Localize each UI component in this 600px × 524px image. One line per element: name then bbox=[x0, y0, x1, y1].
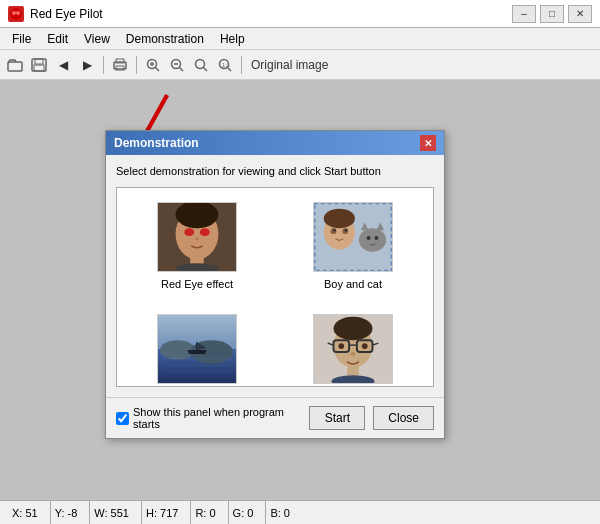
menu-edit[interactable]: Edit bbox=[39, 30, 76, 48]
status-r: R: 0 bbox=[191, 501, 228, 524]
demo-grid: Red Eye effect bbox=[117, 188, 433, 387]
toolbar-separator-1 bbox=[103, 56, 104, 74]
svg-point-63 bbox=[338, 343, 344, 349]
toolbar-print-button[interactable] bbox=[109, 54, 131, 76]
svg-point-38 bbox=[333, 229, 336, 232]
svg-point-44 bbox=[374, 236, 378, 240]
demo-grid-container[interactable]: Red Eye effect bbox=[116, 187, 434, 387]
maximize-button[interactable]: □ bbox=[540, 5, 564, 23]
status-y: Y: -8 bbox=[51, 501, 91, 524]
demo-item-boy-cat[interactable]: Boy and cat bbox=[283, 198, 423, 294]
svg-point-2 bbox=[16, 11, 20, 15]
svg-rect-3 bbox=[8, 62, 22, 71]
app-icon bbox=[8, 6, 24, 22]
demo-thumb-boy-cat bbox=[313, 202, 393, 272]
svg-point-17 bbox=[196, 59, 205, 68]
toolbar-back-button[interactable]: ◀ bbox=[52, 54, 74, 76]
toolbar-forward-button[interactable]: ▶ bbox=[76, 54, 98, 76]
menu-help[interactable]: Help bbox=[212, 30, 253, 48]
status-x: X: 51 bbox=[8, 501, 51, 524]
dialog-close-x-button[interactable]: ✕ bbox=[420, 135, 436, 151]
demo-item-adjustment[interactable]: Adjustment of CorrectionSettings bbox=[283, 310, 423, 387]
app-title: Red Eye Pilot bbox=[30, 7, 512, 21]
dialog-footer: Show this panel when program starts Star… bbox=[106, 397, 444, 438]
minimize-button[interactable]: – bbox=[512, 5, 536, 23]
original-image-label[interactable]: Original image bbox=[247, 58, 332, 72]
svg-point-26 bbox=[176, 202, 219, 228]
start-button[interactable]: Start bbox=[309, 406, 365, 430]
demo-thumb-legend bbox=[157, 314, 237, 384]
close-window-button[interactable]: ✕ bbox=[568, 5, 592, 23]
window-controls: – □ ✕ bbox=[512, 5, 592, 23]
demo-thumb-adjustment bbox=[313, 314, 393, 384]
svg-point-40 bbox=[359, 228, 386, 251]
menu-view[interactable]: View bbox=[76, 30, 118, 48]
dialog-instruction: Select demonstration for viewing and cli… bbox=[116, 165, 434, 177]
dialog-title: Demonstration bbox=[114, 136, 199, 150]
status-bar: X: 51 Y: -8 W: 551 H: 717 R: 0 G: 0 B: 0 bbox=[0, 500, 600, 524]
svg-point-64 bbox=[362, 343, 368, 349]
svg-point-0 bbox=[10, 8, 22, 20]
svg-point-57 bbox=[334, 317, 373, 340]
toolbar-zoom-in-button[interactable] bbox=[142, 54, 164, 76]
demo-item-legend[interactable]: Legend bbox=[127, 310, 267, 387]
svg-rect-6 bbox=[34, 65, 44, 71]
toolbar: ◀ ▶ 1:1 Original image bbox=[0, 50, 600, 80]
status-b: B: 0 bbox=[266, 501, 302, 524]
toolbar-save-button[interactable] bbox=[28, 54, 50, 76]
svg-point-39 bbox=[345, 229, 348, 232]
toolbar-zoom-fit-button[interactable] bbox=[190, 54, 212, 76]
svg-rect-66 bbox=[347, 366, 359, 376]
svg-point-1 bbox=[12, 11, 16, 15]
toolbar-separator-2 bbox=[136, 56, 137, 74]
main-area: Demonstration ✕ Select demonstration for… bbox=[0, 80, 600, 500]
menu-bar: File Edit View Demonstration Help bbox=[0, 28, 600, 50]
status-w: W: 551 bbox=[90, 501, 142, 524]
show-panel-checkbox[interactable] bbox=[116, 412, 129, 425]
show-panel-checkbox-label[interactable]: Show this panel when program starts bbox=[116, 406, 301, 430]
toolbar-zoom-out-button[interactable] bbox=[166, 54, 188, 76]
svg-line-21 bbox=[228, 67, 232, 71]
toolbar-separator-3 bbox=[241, 56, 242, 74]
status-g: G: 0 bbox=[229, 501, 267, 524]
show-panel-label: Show this panel when program starts bbox=[133, 406, 301, 430]
demo-thumb-red-eye bbox=[157, 202, 237, 272]
svg-line-18 bbox=[204, 67, 208, 71]
svg-point-43 bbox=[367, 236, 371, 240]
svg-point-65 bbox=[351, 352, 356, 356]
title-bar: Red Eye Pilot – □ ✕ bbox=[0, 0, 600, 28]
svg-point-27 bbox=[184, 228, 194, 236]
svg-point-35 bbox=[324, 209, 355, 229]
demo-label-red-eye: Red Eye effect bbox=[161, 278, 233, 290]
demonstration-dialog: Demonstration ✕ Select demonstration for… bbox=[105, 130, 445, 439]
demo-label-boy-cat: Boy and cat bbox=[324, 278, 382, 290]
demo-item-red-eye[interactable]: Red Eye effect bbox=[127, 198, 267, 294]
dialog-body: Select demonstration for viewing and cli… bbox=[106, 155, 444, 397]
dialog-title-bar: Demonstration ✕ bbox=[106, 131, 444, 155]
svg-line-16 bbox=[180, 67, 184, 71]
toolbar-zoom-actual-button[interactable]: 1:1 bbox=[214, 54, 236, 76]
toolbar-open-button[interactable] bbox=[4, 54, 26, 76]
menu-demonstration[interactable]: Demonstration bbox=[118, 30, 212, 48]
svg-point-28 bbox=[200, 228, 210, 236]
svg-text:1:1: 1:1 bbox=[222, 62, 231, 68]
menu-file[interactable]: File bbox=[4, 30, 39, 48]
svg-line-13 bbox=[156, 67, 160, 71]
status-h: H: 717 bbox=[142, 501, 191, 524]
svg-point-29 bbox=[195, 237, 199, 240]
close-dialog-button[interactable]: Close bbox=[373, 406, 434, 430]
